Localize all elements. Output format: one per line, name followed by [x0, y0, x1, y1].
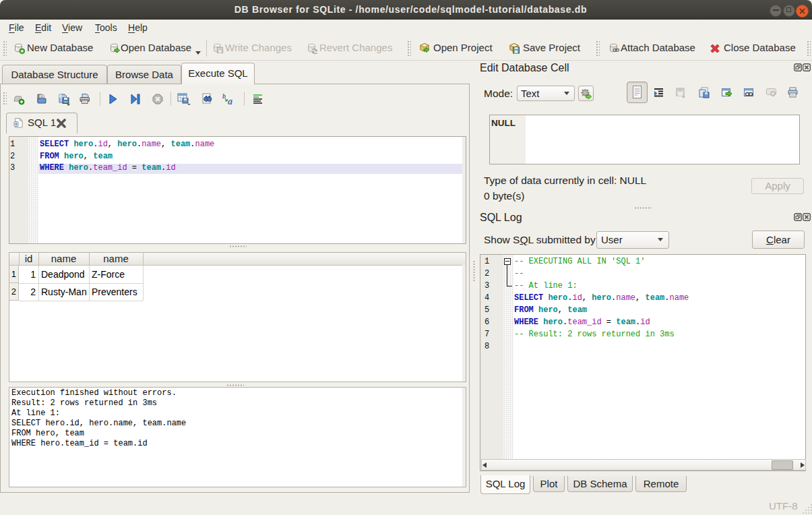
svg-text:a: a: [228, 96, 232, 105]
